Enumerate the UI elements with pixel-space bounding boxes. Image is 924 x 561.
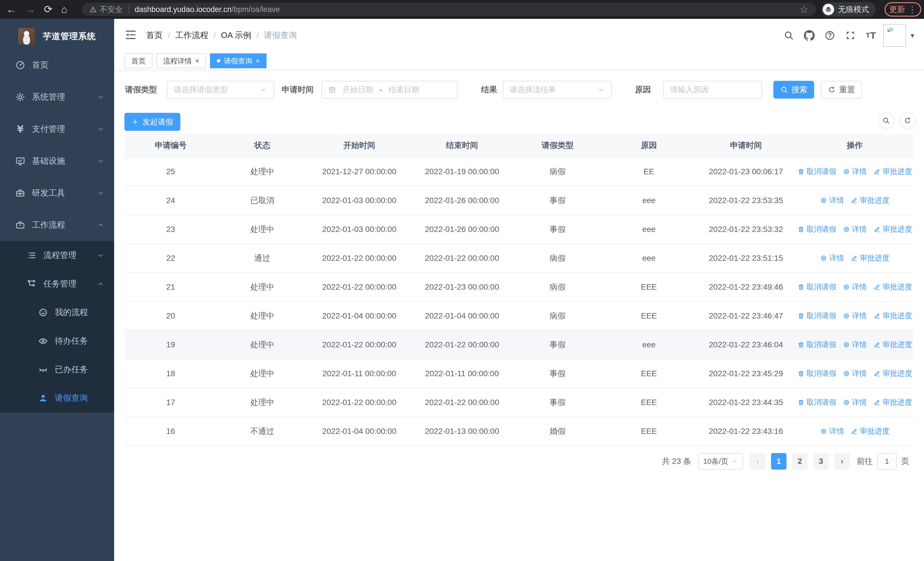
search-button[interactable]: 搜索 bbox=[773, 81, 814, 99]
browser-update-button[interactable]: 更新 ⋮ bbox=[885, 2, 921, 17]
sidebar-item-system[interactable]: 系统管理 bbox=[0, 81, 114, 113]
actions-cell: 详情审批进度 bbox=[796, 253, 914, 263]
progress-action-link[interactable]: 审批进度 bbox=[850, 426, 890, 436]
breadcrumb-item[interactable]: OA 示例 bbox=[221, 30, 251, 41]
search-icon[interactable] bbox=[780, 27, 797, 44]
result-select[interactable]: 请选择流结果 bbox=[503, 81, 612, 99]
cell: 2022-01-22 00:00:00 bbox=[411, 398, 513, 407]
detail-action-link[interactable]: 详情 bbox=[820, 196, 844, 205]
close-icon[interactable]: × bbox=[256, 57, 260, 64]
goto-page-input[interactable] bbox=[877, 453, 897, 469]
page-button-3[interactable]: 3 bbox=[813, 453, 829, 469]
cancel-action-link[interactable]: 取消请假 bbox=[797, 167, 836, 176]
cell: 事假 bbox=[513, 339, 602, 350]
progress-action-link[interactable]: 审批进度 bbox=[873, 167, 912, 176]
cancel-action-link[interactable]: 取消请假 bbox=[797, 282, 836, 292]
prev-page-button[interactable]: ‹ bbox=[750, 453, 765, 469]
detail-action-link[interactable]: 详情 bbox=[820, 253, 844, 263]
bookmark-star-icon[interactable]: ☆ bbox=[800, 4, 808, 15]
cell: 2022-01-22 00:00:00 bbox=[411, 340, 513, 349]
avatar[interactable] bbox=[883, 24, 906, 47]
table-row: 17处理中2022-01-22 00:00:002022-01-22 00:00… bbox=[125, 388, 914, 417]
cancel-action-link[interactable]: 取消请假 bbox=[797, 368, 836, 379]
sidebar-item-home[interactable]: 首页 bbox=[0, 49, 114, 81]
back-icon[interactable]: ← bbox=[6, 3, 16, 15]
detail-action-link[interactable]: 详情 bbox=[843, 311, 867, 321]
search-icon bbox=[882, 117, 890, 125]
refresh-table-button[interactable] bbox=[900, 112, 916, 129]
close-icon[interactable]: × bbox=[195, 57, 199, 64]
column-header: 请假类型 bbox=[513, 140, 602, 151]
progress-action-link[interactable]: 审批进度 bbox=[850, 253, 890, 263]
page-button-1[interactable]: 1 bbox=[771, 453, 786, 469]
show-search-toggle-button[interactable] bbox=[878, 112, 894, 129]
cell: 事假 bbox=[513, 224, 602, 235]
breadcrumb-item[interactable]: 首页 bbox=[146, 30, 163, 41]
cell: 2022-01-03 00:00:00 bbox=[308, 196, 411, 205]
progress-action-link[interactable]: 审批进度 bbox=[873, 224, 912, 234]
sidebar-item-task-mgmt[interactable]: 任务管理 bbox=[0, 270, 114, 298]
create-leave-button[interactable]: 发起请假 bbox=[124, 113, 180, 131]
tab-流程详情[interactable]: 流程详情× bbox=[156, 53, 206, 68]
reload-icon[interactable]: ⟳ bbox=[44, 3, 52, 15]
apply-time-range-picker[interactable]: 开始日期 - 结束日期 bbox=[321, 81, 458, 99]
tab-请假查询[interactable]: 请假查询× bbox=[210, 53, 267, 68]
table-row: 20处理中2022-01-04 00:00:002022-01-04 00:00… bbox=[125, 302, 914, 331]
detail-action-link[interactable]: 详情 bbox=[843, 368, 867, 379]
sidebar-collapse-icon[interactable] bbox=[124, 29, 138, 42]
detail-action-link[interactable]: 详情 bbox=[820, 426, 844, 436]
cancel-action-link[interactable]: 取消请假 bbox=[797, 397, 836, 407]
page-size-select[interactable]: 10条/页 bbox=[698, 453, 743, 469]
fullscreen-icon[interactable] bbox=[842, 27, 859, 44]
reset-button[interactable]: 重置 bbox=[821, 81, 862, 99]
address-bar[interactable]: 不安全 dashboard.yudao.iocoder.cn /bpm/oa/l… bbox=[82, 3, 816, 16]
detail-action-link[interactable]: 详情 bbox=[843, 224, 867, 234]
view-icon bbox=[820, 197, 827, 204]
detail-action-link[interactable]: 详情 bbox=[843, 340, 867, 350]
tab-首页[interactable]: 首页 bbox=[124, 53, 152, 68]
sidebar-item-my-process[interactable]: 我的流程 bbox=[0, 298, 114, 327]
progress-action-link[interactable]: 审批进度 bbox=[873, 340, 912, 350]
cancel-action-link[interactable]: 取消请假 bbox=[797, 340, 836, 350]
detail-action-link[interactable]: 详情 bbox=[843, 397, 867, 407]
progress-action-link[interactable]: 审批进度 bbox=[873, 311, 912, 321]
navbar-actions: TT ▾ bbox=[780, 19, 914, 52]
refresh-icon bbox=[904, 117, 912, 125]
forward-icon[interactable]: → bbox=[25, 3, 35, 15]
cell: 2022-01-04 00:00:00 bbox=[308, 427, 411, 436]
fontsize-icon[interactable]: TT bbox=[862, 27, 879, 44]
cancel-action-link[interactable]: 取消请假 bbox=[797, 311, 836, 321]
sidebar-item-todo-task[interactable]: 待办任务 bbox=[0, 327, 114, 355]
reason-input[interactable] bbox=[663, 81, 762, 99]
leave-type-select[interactable]: 请选择请假类型 bbox=[167, 81, 274, 99]
view-icon bbox=[843, 283, 850, 291]
view-icon bbox=[820, 428, 827, 435]
progress-action-link[interactable]: 审批进度 bbox=[850, 196, 890, 205]
detail-action-link[interactable]: 详情 bbox=[843, 282, 867, 292]
github-icon[interactable] bbox=[801, 27, 818, 44]
progress-action-link[interactable]: 审批进度 bbox=[873, 397, 912, 407]
sidebar-item-process-mgmt[interactable]: 流程管理 bbox=[0, 241, 114, 270]
next-page-button[interactable]: › bbox=[834, 453, 850, 469]
chevron-down-icon bbox=[732, 458, 738, 465]
page-button-2[interactable]: 2 bbox=[792, 453, 808, 469]
sidebar-item-workflow[interactable]: 工作流程 bbox=[0, 209, 114, 241]
help-icon[interactable] bbox=[822, 27, 838, 44]
progress-action-link[interactable]: 审批进度 bbox=[873, 368, 912, 379]
sidebar-item-done-task[interactable]: 已办任务 bbox=[0, 355, 114, 384]
sidebar-item-payment[interactable]: ¥支付管理 bbox=[0, 113, 114, 145]
sidebar-logo-row[interactable]: 芋道管理系统 bbox=[0, 23, 114, 49]
browser-menu-dots-icon[interactable]: ⋮ bbox=[908, 5, 916, 15]
progress-action-link[interactable]: 审批进度 bbox=[873, 282, 912, 292]
home-icon[interactable]: ⌂ bbox=[61, 3, 68, 15]
chevron-down-icon[interactable]: ▾ bbox=[910, 31, 914, 40]
detail-action-link[interactable]: 详情 bbox=[843, 167, 867, 176]
view-icon bbox=[843, 168, 850, 175]
cancel-action-link[interactable]: 取消请假 bbox=[797, 224, 836, 234]
trash-icon bbox=[797, 226, 805, 233]
sidebar-item-infra[interactable]: 基础设施 bbox=[0, 145, 114, 177]
cell: 2022-01-22 23:53:32 bbox=[696, 225, 796, 234]
sidebar-item-devtools[interactable]: 研发工具 bbox=[0, 177, 114, 209]
sidebar-item-leave-query[interactable]: 请假查询 bbox=[0, 384, 114, 412]
breadcrumb-item[interactable]: 工作流程 bbox=[175, 30, 208, 41]
